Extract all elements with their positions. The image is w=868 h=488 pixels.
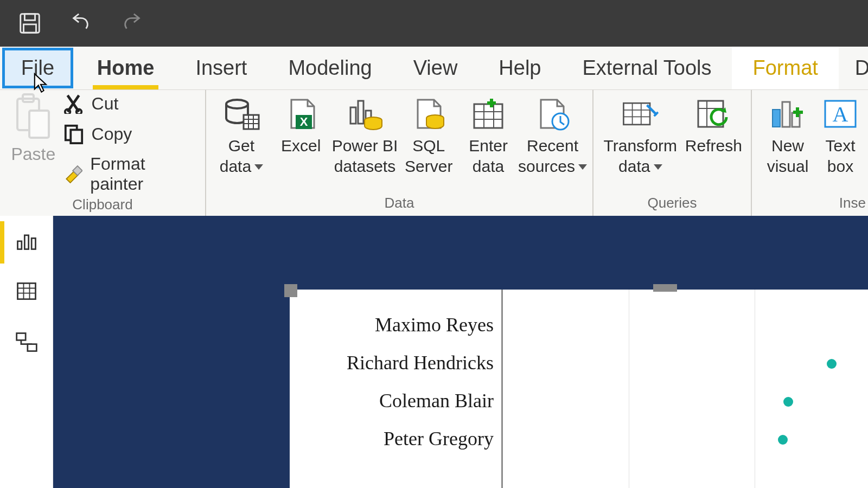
tab-help[interactable]: Help	[478, 47, 561, 89]
tab-insert-label: Insert	[195, 56, 247, 80]
svg-rect-30	[24, 235, 28, 249]
report-view-icon	[15, 228, 39, 252]
powerbi-datasets-button[interactable]: Power BIdatasets	[331, 93, 399, 176]
model-view-button[interactable]	[13, 329, 40, 356]
report-view-button[interactable]	[13, 227, 40, 254]
tab-home-label: Home	[97, 56, 155, 80]
data-point[interactable]	[778, 435, 788, 445]
new-visual-button[interactable]: Newvisual	[757, 93, 818, 176]
svg-rect-5	[29, 111, 49, 138]
tab-help-label: Help	[499, 56, 541, 80]
undo-icon	[68, 11, 93, 36]
cut-button[interactable]: Cut	[63, 93, 196, 114]
ribbon-group-clipboard: Paste Cut Copy Format painter Clipboard	[0, 90, 206, 216]
model-view-icon	[15, 330, 39, 354]
chevron-down-icon	[654, 164, 662, 170]
recent-sources-button[interactable]: Recentsources	[518, 93, 587, 176]
sql-server-button[interactable]: SQLServer	[399, 93, 458, 176]
tab-view-label: View	[413, 56, 458, 80]
ribbon-group-queries: Transformdata Refresh Queries	[593, 90, 752, 216]
tab-format[interactable]: Format	[732, 47, 838, 89]
cut-label: Cut	[92, 94, 119, 114]
tab-modeling[interactable]: Modeling	[267, 47, 392, 89]
active-view-indicator	[0, 221, 4, 264]
clipboard-group-label: Clipboard	[0, 194, 205, 216]
category-label: Richard Hendricks	[290, 351, 501, 374]
report-canvas[interactable]: Maximo Reyes Richard Hendricks Coleman B…	[53, 216, 868, 488]
save-icon	[17, 11, 42, 36]
svg-text:X: X	[299, 115, 308, 129]
category-label: Peter Gregory	[290, 427, 501, 450]
copy-button[interactable]: Copy	[63, 124, 196, 144]
quick-access-toolbar	[0, 0, 868, 47]
chart-grid	[503, 290, 868, 488]
tab-file-label: File	[21, 56, 54, 80]
transform-data-icon	[621, 95, 660, 132]
resize-handle-top-left[interactable]	[284, 284, 297, 297]
get-data-button[interactable]: Getdata	[212, 93, 271, 176]
tab-file[interactable]: File	[2, 48, 73, 88]
undo-button[interactable]	[66, 9, 95, 38]
selected-visual[interactable]: Maximo Reyes Richard Hendricks Coleman B…	[290, 290, 868, 488]
tab-data-partial[interactable]: Da	[839, 47, 868, 89]
enter-data-button[interactable]: Enterdata	[458, 93, 518, 176]
text-box-button[interactable]: A Textbox	[818, 93, 863, 176]
tab-external-tools[interactable]: External Tools	[562, 47, 732, 89]
format-painter-icon	[63, 164, 83, 184]
svg-rect-25	[782, 102, 790, 127]
paste-label: Paste	[11, 144, 55, 164]
tab-view[interactable]: View	[393, 47, 478, 89]
powerbi-datasets-icon	[345, 95, 384, 132]
category-label: Maximo Reyes	[290, 313, 501, 336]
main-area: Maximo Reyes Richard Hendricks Coleman B…	[0, 216, 868, 488]
redo-button[interactable]	[117, 9, 146, 38]
tab-home[interactable]: Home	[76, 47, 175, 89]
svg-rect-1	[24, 14, 35, 21]
svg-rect-2	[24, 24, 36, 33]
redo-icon	[119, 11, 144, 36]
format-painter-button[interactable]: Format painter	[63, 154, 196, 194]
transform-data-button[interactable]: Transformdata	[599, 93, 682, 176]
ribbon-group-insert: Newvisual A Textbox Inse	[752, 90, 868, 216]
excel-icon: X	[282, 95, 321, 132]
data-point[interactable]	[783, 397, 793, 407]
y-axis-categories: Maximo Reyes Richard Hendricks Coleman B…	[290, 313, 501, 488]
svg-rect-15	[350, 107, 356, 124]
svg-rect-20	[474, 104, 502, 128]
copy-label: Copy	[92, 124, 132, 144]
excel-button[interactable]: X Excel	[271, 93, 331, 156]
tab-format-label: Format	[752, 56, 818, 80]
copy-icon	[63, 124, 84, 144]
chevron-down-icon	[254, 164, 263, 170]
svg-rect-24	[773, 110, 780, 127]
svg-point-11	[226, 100, 248, 108]
left-view-rail	[0, 216, 53, 488]
paste-button: Paste	[9, 93, 58, 164]
get-data-icon	[222, 95, 261, 132]
ribbon: Paste Cut Copy Format painter Clipboard	[0, 90, 868, 216]
insert-group-label: Inse	[752, 192, 868, 215]
paste-icon	[14, 93, 52, 142]
data-view-icon	[15, 279, 39, 303]
svg-rect-32	[17, 283, 35, 299]
format-painter-label: Format painter	[90, 154, 196, 194]
tab-insert[interactable]: Insert	[175, 47, 267, 89]
cut-icon	[63, 93, 84, 114]
sql-server-icon	[409, 95, 448, 132]
tab-modeling-label: Modeling	[288, 56, 372, 80]
svg-text:A: A	[833, 102, 848, 126]
enter-data-icon	[469, 95, 508, 132]
data-point[interactable]	[827, 359, 837, 369]
refresh-button[interactable]: Refresh	[682, 93, 745, 156]
save-button[interactable]	[15, 9, 44, 38]
ribbon-group-data: Getdata X Excel Power BIdatasets SQLServ…	[206, 90, 593, 216]
tab-data-label: Da	[855, 56, 868, 80]
svg-rect-31	[31, 238, 35, 249]
svg-rect-16	[358, 101, 363, 124]
svg-rect-33	[16, 333, 25, 341]
data-view-button[interactable]	[13, 278, 40, 305]
svg-rect-22	[624, 103, 650, 125]
recent-sources-icon	[533, 95, 572, 132]
ribbon-tabs: File Home Insert Modeling View Help Exte…	[0, 47, 868, 90]
gridline	[755, 290, 755, 488]
